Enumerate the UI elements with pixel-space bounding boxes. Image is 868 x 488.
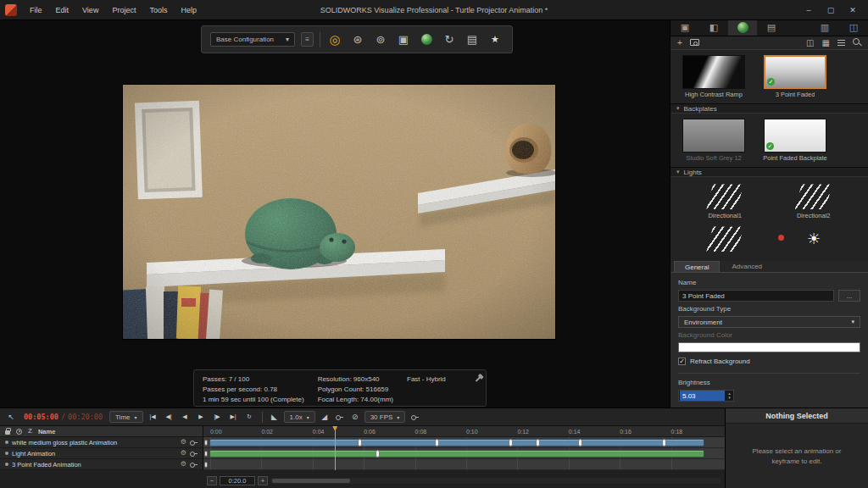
animation-bar[interactable] [209,450,704,458]
track-lane[interactable] [203,459,725,470]
reset-camera-icon[interactable]: ↻ [441,31,458,48]
animation-settings-icon[interactable]: ⚙ [181,461,186,468]
background-color-swatch[interactable] [678,342,860,352]
light-item-point[interactable]: ☀ [770,226,859,254]
tab-columns[interactable]: ▥ [810,20,839,36]
backplate-item[interactable]: Studio Soft Grey 12 [677,119,750,162]
clipboard-icon[interactable]: ▤ [464,31,481,48]
keyframe-pill[interactable] [435,439,439,446]
track-state-dot[interactable] [5,441,8,444]
model-set-icon[interactable]: ▣ [395,31,412,48]
keyframe-options-icon[interactable] [409,411,420,423]
search-icon[interactable] [853,38,861,47]
go-to-start-button[interactable]: |◀ [147,411,159,424]
step-down-icon[interactable]: ▾ [728,396,731,401]
spherical-camera-icon[interactable]: ⊚ [372,31,389,48]
dock-layout-icon[interactable]: ◫ [839,20,868,36]
environment-thumbnail[interactable] [682,55,745,89]
brightness-value[interactable]: 5.03 [680,391,725,401]
animation-bar[interactable] [209,439,704,446]
timeline-lanes[interactable]: 0:00 0:02 0:04 0:06 0:08 0:10 0:12 0:14 … [203,426,725,470]
keyframe-icon[interactable] [190,441,198,445]
brightness-field[interactable]: 5.03 ▴ ▾ [678,390,734,402]
menu-item-file[interactable]: File [24,4,48,16]
loop-button[interactable]: ↻ [243,411,256,424]
light-item-directional1[interactable]: Directional1 [681,184,770,219]
add-environment-button[interactable]: + [677,38,682,47]
keyframe-icon[interactable] [190,452,198,456]
animation-settings-icon[interactable]: ⚙ [181,439,186,446]
appearance-sphere-icon[interactable] [418,31,435,48]
configuration-dropdown[interactable]: Base Configuration ▾ [210,32,295,47]
light-item-directional3[interactable] [681,226,770,254]
zoom-in-button[interactable]: + [258,476,268,485]
minimize-button[interactable]: – [798,3,819,17]
backplate-thumbnail[interactable]: ✓ [764,119,826,152]
timeline-scrollbar[interactable] [270,478,721,484]
visibility-icon[interactable] [16,429,22,435]
keyframe-pill[interactable] [536,439,540,446]
track-state-dot[interactable] [5,463,8,466]
step-forward-button[interactable]: |▶ [211,411,224,424]
backplates-section-header[interactable]: ▾ Backplates [670,103,868,114]
camera-icon[interactable] [690,39,699,46]
background-type-dropdown[interactable]: Environment ▾ [678,316,860,328]
playhead[interactable] [335,426,336,470]
render-tools-icon[interactable]: ★ [487,31,504,48]
timeline-duration-value[interactable]: 0:20.0 [220,476,255,485]
tab-models[interactable]: ▣ [670,20,699,36]
time-mode-dropdown[interactable]: Time ▾ [109,411,143,423]
tab-backplates[interactable]: ▤ [757,20,786,36]
select-tool-icon[interactable]: ↖ [5,411,17,423]
track-row-header[interactable]: 3 Point Faded Animation ⚙ [0,459,203,470]
close-button[interactable]: ✕ [843,3,863,17]
menu-item-edit[interactable]: Edit [50,4,75,16]
ease-out-icon[interactable]: ◢ [319,411,331,423]
start-keyframe[interactable] [204,451,208,457]
menu-item-help[interactable]: Help [175,4,203,16]
name-field[interactable]: 3 Point Faded [678,290,834,302]
track-state-dot[interactable] [5,452,8,455]
denoiser-icon[interactable]: ⊛ [349,31,366,48]
play-button[interactable]: ▶ [195,411,208,424]
scrollbar-thumb[interactable] [272,479,350,483]
remove-keyframe-icon[interactable]: ⊘ [349,411,361,423]
start-keyframe[interactable] [204,462,208,468]
list-view-icon[interactable] [837,40,845,46]
pin-icon[interactable] [476,376,481,381]
maximize-button[interactable]: ▢ [821,3,841,17]
keyframe-pill[interactable] [376,450,380,458]
environment-thumbnail[interactable]: ✓ [764,55,826,89]
zoom-out-button[interactable]: − [207,476,217,485]
tab-general[interactable]: General [674,261,720,272]
environment-item-selected[interactable]: ✓ 3 Point Faded [759,55,832,98]
track-row-header[interactable]: Light Animation ⚙ [0,448,203,459]
refract-background-row[interactable]: ✓ Refract Background [678,358,860,365]
tab-appearances[interactable]: ◧ [699,20,728,36]
ease-in-icon[interactable]: ◣ [269,411,281,423]
track-lane[interactable] [203,448,725,459]
start-keyframe[interactable] [204,440,208,446]
keyframe-icon[interactable] [190,463,198,467]
environment-item[interactable]: High Contrast Ramp [677,55,750,98]
lights-section-header[interactable]: ▾ Lights [670,167,868,177]
keyframe-pill[interactable] [358,439,362,446]
playback-speed-dropdown[interactable]: 1.0x ▾ [284,411,315,423]
z-order-icon[interactable]: Z [28,428,32,435]
track-lane[interactable] [203,437,725,448]
fps-dropdown[interactable]: 30 FPS ▾ [364,411,406,423]
grid-view-icon[interactable]: ▦ [822,38,830,47]
tab-advanced[interactable]: Advanced [721,261,772,272]
menu-item-view[interactable]: View [76,4,104,16]
light-item-directional2[interactable]: Directional2 [770,184,859,219]
backplate-item-selected[interactable]: ✓ Point Faded Backplate [759,119,832,162]
tab-environments[interactable] [728,20,757,36]
render-ratio-icon[interactable]: ◎ [326,31,343,48]
backplate-thumbnail[interactable] [682,119,745,152]
menu-item-tools[interactable]: Tools [143,4,173,16]
animation-settings-icon[interactable]: ⚙ [181,450,186,457]
split-view-icon[interactable]: ◫ [806,38,814,47]
go-to-end-button[interactable]: ▶| [227,411,240,424]
configuration-list-button[interactable]: ≡ [301,32,314,47]
keyframe-pill[interactable] [662,439,666,446]
